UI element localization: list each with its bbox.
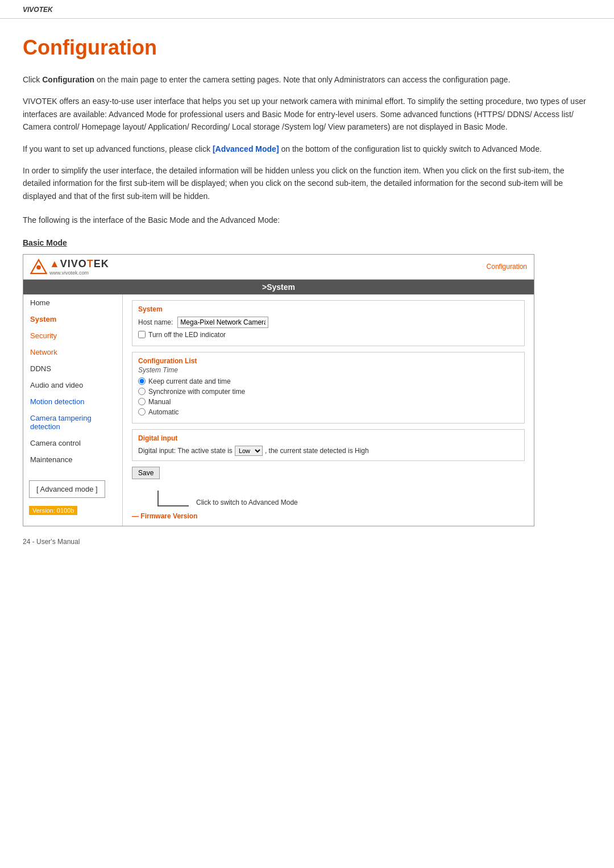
paragraph-1: Click Configuration on the main page to … — [23, 73, 591, 86]
digital-input-text: Digital input: The active state is — [138, 447, 233, 455]
digital-input-suffix: , the current state detected is High — [265, 447, 369, 455]
arrow-note-text: Click to switch to Advanced Mode — [196, 499, 298, 506]
paragraph-3: If you want to set up advanced functions… — [23, 143, 591, 155]
mockup-body: Home System Security Network DDNS Audio … — [23, 294, 534, 526]
mockup-title-bar: >System — [23, 280, 534, 294]
config-list-title: Configuration List — [138, 357, 518, 365]
intro-line: The following is the interface of the Ba… — [23, 214, 591, 226]
sidebar-item-motion-detection[interactable]: Motion detection — [23, 393, 122, 410]
radio-sync-computer: Synchronize with computer time — [138, 388, 518, 396]
firmware-label: — Firmware Version — [132, 512, 525, 520]
system-section-title: System — [138, 305, 518, 313]
host-name-row: Host name: — [138, 317, 518, 328]
radio-keep-current: Keep current date and time — [138, 377, 518, 385]
digital-input-section: Digital input Digital input: The active … — [132, 429, 525, 461]
save-button[interactable]: Save — [132, 467, 160, 479]
main-content: Configuration Click Configuration on the… — [0, 19, 614, 568]
page-header: VIVOTEK — [0, 0, 614, 19]
svg-point-1 — [36, 265, 41, 270]
basic-mode-label: Basic Mode — [23, 238, 591, 247]
mockup-sidebar: Home System Security Network DDNS Audio … — [23, 294, 123, 526]
mockup-logo: ▲VIVOTEK www.vivotek.com — [30, 258, 109, 276]
host-name-input[interactable] — [177, 317, 268, 328]
mockup-main: System Host name: Turn off the LED indic… — [123, 294, 534, 526]
mockup-logo-text: ▲VIVOTEK — [49, 258, 109, 269]
config-list-section: Configuration List System Time Keep curr… — [132, 352, 525, 423]
radio-automatic-input[interactable] — [138, 408, 146, 416]
radio-automatic: Automatic — [138, 408, 518, 416]
page-title: Configuration — [23, 36, 591, 60]
sidebar-item-network[interactable]: Network — [23, 344, 122, 360]
host-name-label: Host name: — [138, 318, 173, 326]
led-label: Turn off the LED indicator — [148, 331, 226, 339]
paragraph-2: VIVOTEK offers an easy-to-use user inter… — [23, 95, 591, 133]
digital-input-row: Digital input: The active state is Low H… — [138, 446, 518, 456]
radio-keep-current-input[interactable] — [138, 377, 146, 385]
version-badge: Version: 0100b — [29, 506, 77, 515]
mockup-topbar: ▲VIVOTEK www.vivotek.com Configuration — [23, 255, 534, 280]
digital-input-title: Digital input — [138, 434, 518, 442]
brand-name: VIVOTEK — [23, 6, 53, 14]
sidebar-item-security[interactable]: Security — [23, 327, 122, 344]
footer-note: 24 - User's Manual — [23, 538, 591, 546]
sidebar-item-home[interactable]: Home — [23, 294, 122, 311]
led-checkbox[interactable] — [138, 331, 146, 338]
ui-mockup: ▲VIVOTEK www.vivotek.com Configuration >… — [23, 254, 534, 526]
sidebar-item-maintenance[interactable]: Maintenance — [23, 451, 122, 468]
radio-manual-input[interactable] — [138, 398, 146, 405]
arrow-note-container: Click to switch to Advanced Mode — [132, 491, 525, 506]
led-checkbox-row: Turn off the LED indicator — [138, 331, 518, 339]
sidebar-item-audio-video[interactable]: Audio and video — [23, 377, 122, 393]
sidebar-item-ddns[interactable]: DDNS — [23, 360, 122, 377]
system-time-title: System Time — [138, 366, 518, 374]
radio-manual: Manual — [138, 398, 518, 406]
paragraph-4: In order to simplify the user interface,… — [23, 164, 591, 202]
system-section: System Host name: Turn off the LED indic… — [132, 300, 525, 346]
sidebar-item-camera-tampering[interactable]: Camera tampering detection — [23, 410, 122, 435]
sidebar-item-camera-control[interactable]: Camera control — [23, 435, 122, 451]
digital-input-select[interactable]: Low High — [235, 446, 263, 456]
radio-sync-computer-input[interactable] — [138, 388, 146, 395]
sidebar-item-system[interactable]: System — [23, 311, 122, 327]
vivotek-logo-icon — [30, 258, 47, 275]
mockup-config-link[interactable]: Configuration — [487, 263, 527, 271]
advanced-mode-button[interactable]: [ Advanced mode ] — [29, 480, 105, 498]
mockup-logo-sub: www.vivotek.com — [49, 270, 109, 276]
